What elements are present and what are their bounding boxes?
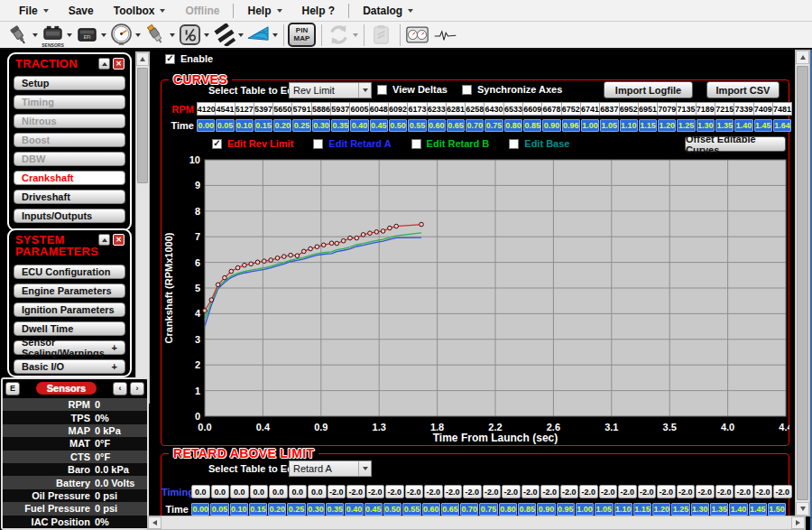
time-cell[interactable]: 0.55 xyxy=(408,119,426,132)
timing-cell[interactable]: 0.0 xyxy=(289,485,308,498)
menu-file[interactable]: File xyxy=(9,2,59,20)
menu-help-[interactable]: Help ? xyxy=(292,2,346,20)
rpm-cell[interactable]: 6281 xyxy=(447,102,466,116)
time-cell[interactable]: 0.35 xyxy=(331,119,349,132)
menu-save[interactable]: Save xyxy=(59,2,104,20)
timing-cell[interactable]: -2.0 xyxy=(463,485,482,498)
efi-module-icon[interactable]: EFI xyxy=(74,23,100,47)
timing-cell[interactable]: -2.0 xyxy=(754,485,773,498)
rpm-cell[interactable]: 6609 xyxy=(523,102,542,116)
rpm-cell[interactable]: 7189 xyxy=(697,102,715,116)
time-cell[interactable]: 0.85 xyxy=(523,119,541,132)
time-cell[interactable]: 1.20 xyxy=(652,503,670,516)
rpm-cell[interactable]: 6233 xyxy=(428,102,447,116)
time-cell[interactable]: 1.45 xyxy=(754,119,772,132)
time-cell[interactable]: 0.05 xyxy=(216,119,234,132)
gauges-icon[interactable] xyxy=(404,23,430,47)
time-cell[interactable]: 0.10 xyxy=(235,119,254,132)
prev-page-button[interactable]: ‹ xyxy=(113,382,127,395)
rpm-cell[interactable]: 7135 xyxy=(677,102,696,116)
timing-cell[interactable]: -2.0 xyxy=(734,485,753,498)
rpm-cell[interactable]: 5791 xyxy=(292,102,311,116)
sidebar-item-setup[interactable]: Setup xyxy=(14,76,125,90)
timing-cell[interactable]: -2.0 xyxy=(385,485,404,498)
rpm-cell[interactable]: 6430 xyxy=(484,102,503,116)
timing-cell[interactable]: -2.0 xyxy=(560,485,579,498)
time-cell[interactable]: 1.25 xyxy=(671,503,689,516)
rpm-cell[interactable]: 7339 xyxy=(734,102,753,116)
time-cell[interactable]: 0.70 xyxy=(466,119,484,132)
time-cell[interactable]: 0.50 xyxy=(383,503,401,516)
timing-cell[interactable]: -2.0 xyxy=(483,485,502,498)
menu-help[interactable]: Help xyxy=(237,2,291,20)
sparkplug-icon[interactable] xyxy=(143,23,169,47)
time-cell[interactable]: 1.25 xyxy=(677,119,695,132)
time-cell[interactable]: 0.90 xyxy=(542,119,560,132)
timing-cell[interactable]: -2.0 xyxy=(677,485,696,498)
import-logfile-button[interactable]: Import Logfile xyxy=(604,81,693,98)
time-cell[interactable]: 1.35 xyxy=(710,503,728,516)
time-cell[interactable]: 0.25 xyxy=(292,119,310,132)
rpm-cell[interactable]: 7409 xyxy=(754,102,773,116)
sidebar-item-ignition-parameters[interactable]: Ignition Parameters xyxy=(14,302,125,317)
io-icon[interactable] xyxy=(177,23,203,47)
rpm-cell[interactable]: 6258 xyxy=(466,102,484,116)
table-select-dropdown[interactable]: Rev Limit xyxy=(289,82,372,98)
time-cell[interactable]: 0.40 xyxy=(345,503,363,516)
scrollbar-thumb[interactable] xyxy=(797,66,808,500)
rpm-cell[interactable]: 5650 xyxy=(273,102,292,116)
time-cell[interactable]: 0.60 xyxy=(422,503,440,516)
main-horizontal-scrollbar[interactable] xyxy=(147,516,806,530)
time-cell[interactable]: 0.35 xyxy=(326,503,344,516)
sidebar-item-engine-parameters[interactable]: Engine Parameters xyxy=(14,284,125,298)
next-page-button[interactable]: › xyxy=(130,382,144,395)
time-cell[interactable]: 1.20 xyxy=(658,119,676,132)
rpm-cell[interactable]: 5397 xyxy=(254,102,273,116)
time-cell[interactable]: 1.30 xyxy=(691,503,709,516)
rpm-cell[interactable]: 6678 xyxy=(542,102,561,116)
time-cell[interactable]: 1.50 xyxy=(768,503,786,516)
rpm-cell[interactable]: 6741 xyxy=(581,102,600,116)
rpm-cell[interactable]: 5937 xyxy=(331,102,350,116)
sidebar-scrollbar[interactable] xyxy=(135,51,150,404)
scroll-down-icon[interactable] xyxy=(796,502,809,516)
timing-cell[interactable]: -2.0 xyxy=(328,485,346,498)
sidebar-item-ecu-configuration[interactable]: ECU Configuration xyxy=(14,265,125,279)
rpm-cell[interactable]: 5127 xyxy=(235,102,254,116)
time-cell[interactable]: 1.64 xyxy=(773,119,791,132)
time-cell[interactable]: 0.00 xyxy=(197,119,215,132)
rpm-cell[interactable]: 6048 xyxy=(370,102,389,116)
time-cell[interactable]: 0.75 xyxy=(484,119,503,132)
timing-cell[interactable]: -2.0 xyxy=(657,485,676,498)
rpm-cell[interactable]: 4541 xyxy=(216,102,235,116)
timing-cell[interactable]: -2.0 xyxy=(579,485,598,498)
rpm-cell[interactable]: 4120 xyxy=(197,102,216,116)
timing-cell[interactable]: -2.0 xyxy=(599,485,618,498)
expand-button[interactable]: E xyxy=(5,382,20,395)
time-cell[interactable]: 0.45 xyxy=(370,119,388,132)
main-vertical-scrollbar[interactable] xyxy=(795,50,810,516)
rpm-cell[interactable]: 6952 xyxy=(620,102,639,116)
rpm-cell[interactable]: 7481 xyxy=(773,102,792,116)
time-cell[interactable]: 0.80 xyxy=(504,119,522,132)
time-cell[interactable]: 0.45 xyxy=(364,503,383,516)
time-cell[interactable]: 0.65 xyxy=(447,119,465,132)
scroll-right-icon[interactable] xyxy=(791,516,805,529)
sidebar-item-dwell-time[interactable]: Dwell Time xyxy=(14,321,125,336)
timing-cell[interactable]: -2.0 xyxy=(502,485,521,498)
sensors-icon[interactable]: SENSORS xyxy=(40,23,66,47)
edit-retard-a-checkbox[interactable] xyxy=(313,139,323,149)
sidebar-item-driveshaft[interactable]: Driveshaft xyxy=(14,190,125,204)
time-cell[interactable]: 0.25 xyxy=(287,503,305,516)
scrollbar-thumb[interactable] xyxy=(137,68,148,183)
timing-cell[interactable]: 0.0 xyxy=(191,485,210,498)
timing-cell[interactable]: -2.0 xyxy=(346,485,365,498)
menu-toolbox[interactable]: Toolbox xyxy=(104,2,176,20)
time-cell[interactable]: 1.30 xyxy=(697,119,715,132)
timing-cell[interactable]: 0.0 xyxy=(250,485,269,498)
curves-chart[interactable]: 0.00.40.91.31.82.22.63.13.54.04.40123456… xyxy=(161,156,789,445)
menu-datalog[interactable]: Datalog xyxy=(353,2,423,20)
time-cell[interactable]: 1.05 xyxy=(600,119,618,132)
timing-cell[interactable]: -2.0 xyxy=(715,485,734,498)
time-cell[interactable]: 1.40 xyxy=(729,503,747,516)
